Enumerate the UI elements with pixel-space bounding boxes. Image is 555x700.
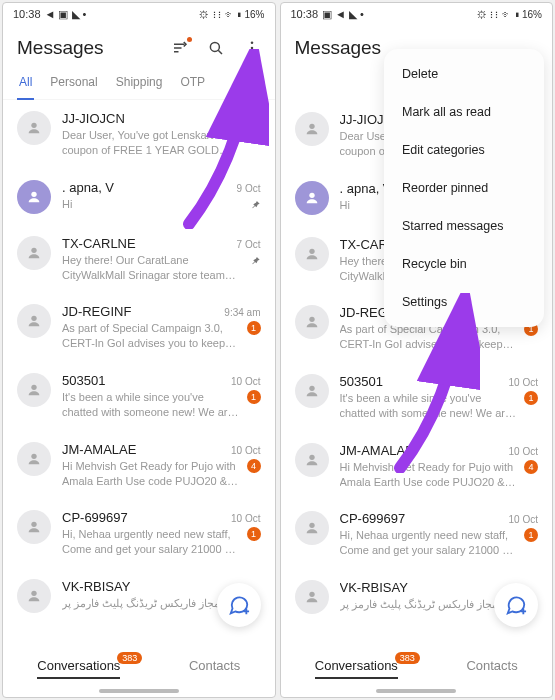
- status-icons-left: ▣ ◄ ◣ •: [322, 8, 364, 21]
- conversation-body: . apna, V9 OctHi: [62, 180, 261, 212]
- conversation-row[interactable]: . apna, V9 OctHi: [3, 169, 275, 225]
- avatar: [295, 181, 329, 215]
- menu-recycle-bin[interactable]: Recycle bin: [384, 245, 544, 283]
- category-tabs: All Personal Shipping OTP +: [3, 67, 275, 100]
- page-title: Messages: [17, 37, 104, 59]
- conversation-time: 10 Oct: [231, 376, 260, 387]
- conversation-body: JM-AMALAE10 OctHi Mehvish Get Ready for …: [62, 442, 261, 489]
- conversation-preview: غیر مجاز فاریکس ٹریڈنگ پلیٹ فارمز پر: [340, 597, 517, 612]
- menu-settings[interactable]: Settings: [384, 283, 544, 321]
- tab-all[interactable]: All: [17, 67, 34, 99]
- avatar: [17, 442, 51, 476]
- conversation-row[interactable]: 50350110 OctIt's been a while since you'…: [281, 363, 553, 432]
- conversation-time: 7 Oct: [237, 239, 261, 250]
- conversation-preview: Hi: [62, 197, 239, 212]
- pin-icon: [250, 253, 261, 264]
- menu-starred[interactable]: Starred messages: [384, 207, 544, 245]
- conversation-row[interactable]: CP-69969710 OctHi, Nehaa urgently need n…: [3, 499, 275, 568]
- bottom-tab-contacts[interactable]: Contacts: [466, 658, 517, 677]
- conversation-preview: Hey there! Our CaratLane CityWalkMall Sr…: [62, 253, 239, 283]
- conversation-preview: It's been a while since you've chatted w…: [62, 390, 239, 420]
- conversation-name: . apna, V: [62, 180, 114, 195]
- conversation-row[interactable]: 50350110 OctIt's been a while since you'…: [3, 362, 275, 431]
- app-header: Messages: [3, 25, 275, 67]
- conversation-body: 50350110 OctIt's been a while since you'…: [340, 374, 539, 421]
- compose-fab[interactable]: [494, 583, 538, 627]
- conversation-time: 10 Oct: [231, 445, 260, 456]
- menu-edit-categories[interactable]: Edit categories: [384, 131, 544, 169]
- unread-count-badge: 383: [117, 652, 142, 664]
- conversation-list: JJ-JIOJCN8 OctDear User, You've got Lens…: [3, 100, 275, 648]
- conversation-time: 9 Oct: [237, 183, 261, 194]
- conversation-row[interactable]: JD-REGINF9:34 amAs part of Special Campa…: [3, 293, 275, 362]
- bottom-tab-conversations[interactable]: Conversations 383: [37, 658, 120, 677]
- svg-point-14: [31, 522, 36, 527]
- conversation-side: 1: [522, 528, 538, 542]
- overflow-icon[interactable]: [243, 39, 261, 57]
- svg-point-22: [309, 386, 314, 391]
- conversation-name: JM-AMALAE: [340, 443, 414, 458]
- avatar: [295, 374, 329, 408]
- conversation-row[interactable]: CP-69969710 OctHi, Nehaa urgently need n…: [281, 500, 553, 569]
- phone-right: 10:38 ▣ ◄ ◣ • ⚙ ⋮⋮ ᯤ ▮ 16% Messages JJ-J…: [280, 2, 554, 698]
- svg-point-5: [250, 41, 253, 44]
- status-bar: 10:38 ▣ ◄ ◣ • ⚙ ⋮⋮ ᯤ ▮ 16%: [281, 3, 553, 25]
- svg-point-19: [309, 192, 314, 197]
- tab-add-icon[interactable]: +: [235, 70, 260, 96]
- conversation-preview: As part of Special Campaign 3.0, CERT-In…: [62, 321, 239, 351]
- conversation-body: CP-69969710 OctHi, Nehaa urgently need n…: [62, 510, 261, 557]
- tab-personal[interactable]: Personal: [48, 67, 99, 99]
- conversation-time: 10 Oct: [231, 513, 260, 524]
- avatar: [295, 443, 329, 477]
- unread-badge: 4: [247, 459, 261, 473]
- avatar: [17, 373, 51, 407]
- svg-point-13: [31, 453, 36, 458]
- conversation-time: 10 Oct: [509, 446, 538, 457]
- avatar: [17, 236, 51, 270]
- avatar: [17, 510, 51, 544]
- conversation-name: JJ-JIOJCN: [62, 111, 125, 126]
- nav-handle[interactable]: [376, 689, 456, 693]
- svg-point-3: [210, 42, 219, 51]
- search-icon[interactable]: [207, 39, 225, 57]
- conversation-body: JM-AMALAE10 OctHi Mehvish Get Ready for …: [340, 443, 539, 490]
- conversation-side: 1: [245, 527, 261, 541]
- bottom-nav: Conversations 383 Contacts: [3, 648, 275, 683]
- conversation-name: JD-REGINF: [62, 304, 131, 319]
- unread-badge: 1: [247, 321, 261, 335]
- svg-point-23: [309, 454, 314, 459]
- status-icons-right: ⚙ ⋮⋮ ᯤ ▮: [199, 9, 242, 20]
- status-time: 10:38: [291, 8, 319, 20]
- menu-mark-all[interactable]: Mark all as read: [384, 93, 544, 131]
- svg-point-20: [309, 248, 314, 253]
- compose-fab[interactable]: [217, 583, 261, 627]
- conversation-preview: Hi, Nehaa urgently need new staff, Come …: [62, 527, 239, 557]
- status-battery: 16%: [522, 9, 542, 20]
- conversation-time: 10 Oct: [509, 377, 538, 388]
- conversation-side: 4: [522, 460, 538, 474]
- svg-point-7: [250, 52, 253, 55]
- conversation-row[interactable]: TX-CARLNE7 OctHey there! Our CaratLane C…: [3, 225, 275, 294]
- unread-count-badge: 383: [395, 652, 420, 664]
- conversation-name: JM-AMALAE: [62, 442, 136, 457]
- tab-shipping[interactable]: Shipping: [114, 67, 165, 99]
- conversation-name: 503501: [340, 374, 383, 389]
- avatar: [17, 111, 51, 145]
- conversation-preview: Hi, Nehaa urgently need new staff, Come …: [340, 528, 517, 558]
- unread-badge: 1: [524, 528, 538, 542]
- conversation-row[interactable]: JJ-JIOJCN8 OctDear User, You've got Lens…: [3, 100, 275, 169]
- svg-point-8: [31, 123, 36, 128]
- filter-icon[interactable]: [171, 39, 189, 57]
- svg-point-25: [309, 592, 314, 597]
- bottom-tab-contacts[interactable]: Contacts: [189, 658, 240, 677]
- conversation-row[interactable]: JM-AMALAE10 OctHi Mehvish Get Ready for …: [281, 432, 553, 501]
- nav-handle[interactable]: [99, 689, 179, 693]
- conversation-preview: It's been a while since you've chatted w…: [340, 391, 517, 421]
- menu-delete[interactable]: Delete: [384, 55, 544, 93]
- menu-reorder-pinned[interactable]: Reorder pinned: [384, 169, 544, 207]
- tab-otp[interactable]: OTP: [178, 67, 207, 99]
- status-time: 10:38: [13, 8, 41, 20]
- conversation-row[interactable]: JM-AMALAE10 OctHi Mehvish Get Ready for …: [3, 431, 275, 500]
- svg-point-10: [31, 247, 36, 252]
- bottom-tab-conversations[interactable]: Conversations 383: [315, 658, 398, 677]
